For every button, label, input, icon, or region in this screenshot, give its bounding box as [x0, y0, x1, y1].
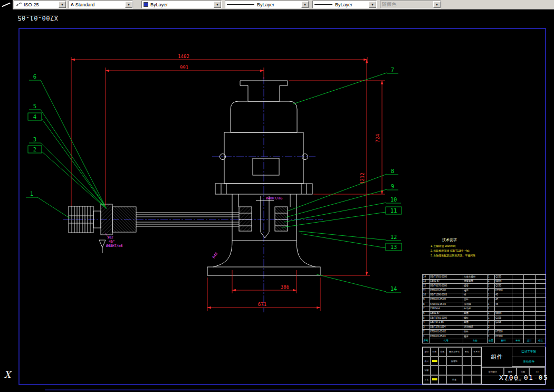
plot-style-value: 随颜色 — [382, 1, 396, 8]
fit-fillet: R40 — [212, 252, 218, 259]
balloon-4: 4 — [33, 113, 36, 120]
balloon-5: 5 — [33, 103, 36, 109]
lineweight-dropdown-arrow-icon[interactable] — [369, 1, 376, 8]
dimension-texts: 1402 991 724 1212 386 671 — [178, 54, 380, 307]
fit-chamfer: 45° — [109, 240, 115, 244]
color-swatch-icon — [144, 2, 148, 7]
dim-motor-height: 724 — [375, 134, 380, 142]
dim-base-width: 671 — [258, 302, 266, 307]
bom-table-body: 14GB/T5781-2000六角头螺栓1Q23513GB93-87弹簧垫圈16… — [423, 275, 546, 339]
tech-requirement-line: 2. 齿轮精度等级 (GB/T1184—4a); — [431, 248, 528, 253]
linetype-value: ByLayer — [257, 2, 274, 7]
balloon-2: 2 — [33, 146, 36, 152]
plot-style-combo: 随颜色 — [380, 1, 441, 8]
dim-style-combo[interactable]: ISO-25 — [14, 1, 66, 8]
corner-drawing-number: X700-01-05 — [9, 14, 58, 22]
parts-list-table: 14GB/T5781-2000六角头螺栓1Q23513GB93-87弹簧垫圈16… — [422, 274, 546, 343]
bom-row: 5GB/T5781-2000螺栓1Q235 — [423, 316, 546, 321]
color-dropdown-arrow-icon[interactable] — [214, 1, 221, 8]
balloon-7: 7 — [391, 66, 394, 73]
color-combo[interactable]: ByLayer — [141, 1, 222, 8]
bom-row: 4GB/T97.1-85垫圈4Q235 — [423, 320, 546, 325]
bom-row: 11X700-01-05-06端盖1HT200 — [423, 289, 546, 293]
text-style-dropdown-arrow-icon[interactable] — [125, 1, 132, 8]
bom-row: 7Y132M-4电动机1 — [423, 307, 546, 311]
bom-row: 1X700-01-05-01箱体1HT200 — [423, 334, 546, 339]
top-toolbar: ISO-25 A Standard ByLayer ByLayer ByLaye… — [0, 0, 554, 9]
tech-requirements-title: 技术要求 — [442, 237, 528, 243]
plot-style-dropdown-arrow-icon — [433, 1, 441, 8]
linetype-combo[interactable]: ByLayer — [225, 1, 309, 8]
lineweight-value: ByLayer — [335, 2, 352, 7]
assembly-name: 传动部件 — [512, 357, 545, 367]
balloon-11: 11 — [390, 207, 397, 214]
balloon-6: 6 — [33, 73, 36, 80]
bottom-drawing-number: X700-01-05 — [499, 374, 548, 381]
toolbar-grip-icon — [0, 0, 13, 9]
balloon-13: 13 — [390, 244, 397, 250]
balloon-1: 1 — [30, 190, 33, 197]
bom-row: 9X700-01-05-05齿轮145 — [423, 298, 546, 302]
dim-column-width: 386 — [281, 284, 289, 290]
linetype-dropdown-arrow-icon[interactable] — [301, 1, 309, 8]
tb-label-process: 工艺 — [423, 375, 431, 385]
bom-table-header: 序号 代号 名称 数量 材料 单件 总计 备注 — [423, 339, 546, 343]
tb-label-sign: 签名 — [462, 347, 472, 357]
balloon-9: 9 — [391, 183, 394, 189]
balloon-3: 3 — [33, 136, 36, 142]
tb-design-signature — [431, 357, 438, 366]
tb-label-zone: 分区 — [438, 347, 446, 357]
balloon-leaders — [26, 73, 402, 292]
lineweight-sample-icon — [314, 4, 332, 5]
balloon-12: 12 — [390, 234, 397, 240]
organization-name: 盐城工学院 — [512, 347, 545, 357]
bom-row: 6GB93-87垫圈165Mn — [423, 311, 546, 316]
fit-hub: Ø68H7/m6 — [106, 244, 122, 248]
dim-style-dropdown-arrow-icon[interactable] — [59, 1, 66, 8]
tb-label-check: 审核 — [423, 366, 431, 375]
tech-requirement-line: 1. 主轴转速 900r/min; — [431, 244, 528, 248]
part-name: 组件 — [482, 347, 512, 367]
lineweight-combo[interactable]: ByLayer — [312, 1, 377, 8]
tb-label-date: 年月日 — [472, 347, 481, 357]
dim-overall-width: 1402 — [178, 54, 189, 59]
bom-row: 3GB/T276-1994滚动轴承2 — [423, 325, 546, 330]
text-style-combo[interactable]: A Standard — [69, 1, 133, 8]
balloon-8: 8 — [391, 168, 394, 174]
ucs-x-axis-label: X — [4, 369, 11, 380]
dim-upper-width: 991 — [180, 65, 188, 70]
bom-row: 8X700-01-05-04传动轴145 — [423, 302, 546, 307]
centerlines — [63, 77, 323, 312]
tb-label-doc: 更改文件号 — [446, 347, 462, 357]
bom-row: 10GB/T1096-2003键145 — [423, 293, 546, 298]
dim-style-value: ISO-25 — [24, 2, 39, 7]
tb-label-standardize: 标准化 — [446, 357, 462, 366]
color-value: ByLayer — [150, 2, 168, 7]
input-shaft-assembly — [69, 204, 239, 253]
cad-application: { "toolbar": { "dim_style": "ISO-25", "t… — [0, 0, 554, 392]
tb-label-design: 设计 — [423, 357, 431, 366]
bom-row: 13GB93-87弹簧垫圈165Mn — [423, 279, 546, 284]
title-block-revision-area: 标记 处数 分区 更改文件号 签名 年月日 设计 标准化 审核 工艺 — [423, 347, 482, 384]
bom-header-row: 序号 代号 名称 数量 材料 单件 总计 备注 — [423, 339, 546, 343]
tech-requirement-line: 3. 主轴箱装配后运转应灵活、平稳可靠 — [431, 253, 528, 258]
fit-hub-length: 102 — [107, 235, 113, 240]
bom-row: 14GB/T5781-2000六角头螺栓1Q235 — [423, 275, 546, 280]
fit-shaft: Ø40H7/m6 — [266, 196, 282, 200]
linetype-sample-icon — [227, 4, 254, 5]
bom-row: 2X700-01-05-02带轮1HT200 — [423, 330, 546, 334]
balloon-14: 14 — [390, 285, 397, 292]
dim-style-icon — [16, 2, 22, 7]
bom-row: 12GB/T6170-2000螺母1Q235 — [423, 284, 546, 289]
balloon-10: 10 — [390, 196, 397, 203]
tb-label-count: 处数 — [431, 347, 438, 357]
tb-label-mark: 标记 — [423, 347, 431, 357]
tb-label-approve: 批准 — [446, 375, 462, 385]
tb-process-signature — [431, 375, 438, 385]
text-style-icon: A — [71, 2, 74, 7]
technical-requirements: 技术要求 1. 主轴转速 900r/min; 2. 齿轮精度等级 (GB/T11… — [431, 237, 528, 258]
text-style-value: Standard — [75, 2, 95, 7]
